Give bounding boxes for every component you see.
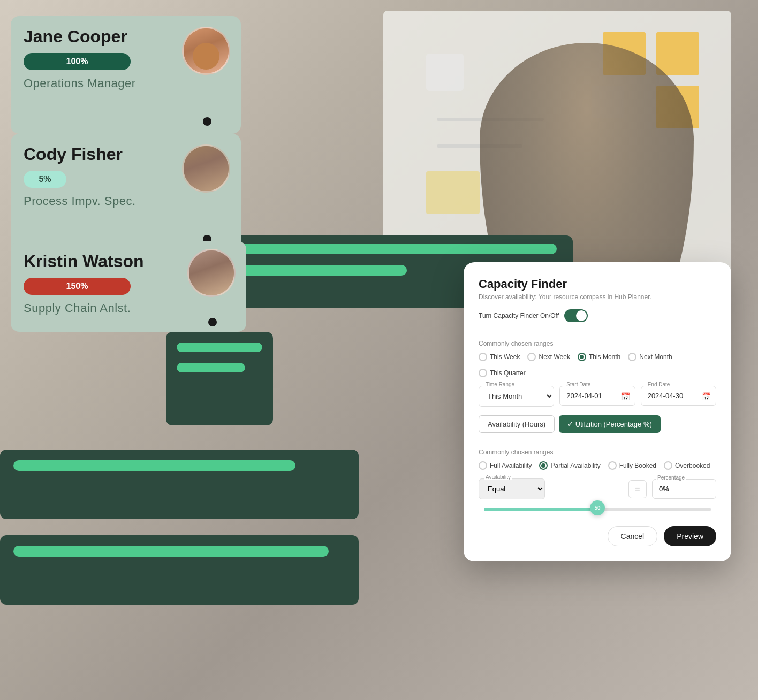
time-range-label: Time Range: [484, 382, 516, 387]
avail-overbooked[interactable]: Overbooked: [664, 461, 710, 470]
radio-this-month-circle: [578, 353, 586, 361]
radio-fully-booked-label: Fully Booked: [619, 462, 656, 469]
slider-container: 50: [479, 508, 716, 511]
time-range-field: Time Range This Month This Week This Qua…: [479, 386, 554, 407]
utilization-btn[interactable]: ✓ Utilzition (Percentage %): [559, 415, 661, 433]
radio-full-circle: [479, 461, 487, 470]
radio-full-label: Full Availability: [490, 462, 532, 469]
modal-footer: Cancel Preview: [479, 522, 716, 546]
preview-button[interactable]: Preview: [664, 526, 716, 546]
end-date-field: End Date 📅: [641, 386, 716, 407]
radio-this-week-circle: [479, 353, 487, 361]
radio-overbooked-circle: [664, 461, 672, 470]
modal-subtitle: Discover availability: Your resource com…: [479, 293, 716, 301]
section1-label: Commonly chosen ranges: [479, 340, 716, 347]
percentage-input[interactable]: [652, 479, 716, 499]
kristin-avatar-dot: [208, 318, 217, 326]
toggle-label: Turn Capacity Finder On/Off: [479, 312, 559, 319]
kristin-progress-value: 150%: [66, 281, 88, 291]
cody-progress-bar: 5%: [24, 171, 66, 188]
percentage-label: Percentage: [656, 475, 686, 481]
availability-select-wrapper: Availability Equal Greater Than Less Tha…: [479, 478, 623, 499]
range-next-week[interactable]: Next Week: [527, 353, 570, 361]
cancel-button[interactable]: Cancel: [608, 526, 658, 546]
end-date-label: End Date: [646, 382, 672, 387]
radio-this-week-label: This Week: [490, 353, 520, 361]
radio-fully-booked-circle: [608, 461, 617, 470]
toggle-row: Turn Capacity Finder On/Off: [479, 309, 716, 322]
percentage-field-wrapper: Percentage: [652, 479, 716, 499]
kristin-progress-bar: 150%: [24, 278, 131, 295]
capacity-toggle[interactable]: [564, 309, 588, 322]
start-date-field: Start Date 📅: [559, 386, 635, 407]
radio-partial-label: Partial Availability: [550, 462, 600, 469]
divider-1: [479, 333, 716, 333]
avail-partial[interactable]: Partial Availability: [539, 461, 600, 470]
dark-panel-4: [0, 535, 359, 605]
availability-ranges-group: Full Availability Partial Availability F…: [479, 461, 716, 470]
equals-badge: =: [628, 480, 647, 498]
kristin-avatar: [187, 249, 236, 297]
jane-progress-bar: 100%: [24, 53, 131, 70]
start-date-label: Start Date: [565, 382, 592, 387]
cody-progress-value: 5%: [39, 174, 51, 184]
capacity-finder-modal: Capacity Finder Discover availability: Y…: [464, 262, 731, 561]
cody-avatar: [182, 144, 230, 193]
jane-avatar: [182, 27, 230, 75]
date-form-row: Time Range This Month This Week This Qua…: [479, 386, 716, 407]
profile-card-jane: Jane Cooper 100% Operations Manager: [11, 16, 241, 134]
radio-overbooked-label: Overbooked: [675, 462, 710, 469]
availability-filter-row: Availability Equal Greater Than Less Tha…: [479, 478, 716, 499]
dark-panel-2: [166, 332, 273, 425]
range-next-month[interactable]: Next Month: [628, 353, 672, 361]
availability-select[interactable]: Equal Greater Than Less Than: [479, 478, 545, 499]
section2-label: Commonly chosen ranges: [479, 448, 716, 456]
cody-role: Process Impv. Spec.: [24, 194, 228, 208]
radio-next-week-label: Next Week: [539, 353, 570, 361]
divider-2: [479, 442, 716, 442]
slider-fill: [484, 508, 597, 511]
range-this-week[interactable]: This Week: [479, 353, 520, 361]
radio-partial-circle: [539, 461, 548, 470]
radio-next-week-circle: [527, 353, 536, 361]
time-range-select[interactable]: This Month This Week This Quarter Next M…: [479, 386, 554, 407]
radio-next-month-circle: [628, 353, 636, 361]
radio-this-quarter-circle: [479, 369, 487, 377]
dark-panel-3: [0, 450, 359, 519]
availability-hours-btn[interactable]: Availability (Hours): [479, 415, 555, 433]
jane-role: Operations Manager: [24, 77, 228, 90]
jane-progress-value: 100%: [66, 57, 88, 66]
view-toggle-group: Availability (Hours) ✓ Utilzition (Perce…: [479, 415, 716, 433]
radio-this-quarter-label: This Quarter: [490, 369, 526, 377]
range-this-month[interactable]: This Month: [578, 353, 620, 361]
radio-next-month-label: Next Month: [639, 353, 672, 361]
start-date-calendar-icon: 📅: [621, 392, 630, 401]
time-ranges-group: This Week Next Week This Month Next Mont…: [479, 353, 716, 377]
radio-this-month-label: This Month: [589, 353, 620, 361]
kristin-role: Supply Chain Anlst.: [24, 301, 233, 315]
avail-fully-booked[interactable]: Fully Booked: [608, 461, 656, 470]
slider-thumb[interactable]: 50: [590, 500, 605, 515]
availability-select-label: Availability: [484, 474, 512, 480]
range-this-quarter[interactable]: This Quarter: [479, 369, 526, 377]
profile-card-cody: Cody Fisher 5% Process Impv. Spec.: [11, 134, 241, 252]
modal-title: Capacity Finder: [479, 277, 716, 291]
jane-avatar-dot: [203, 117, 211, 126]
slider-track: 50: [484, 508, 711, 511]
avail-full[interactable]: Full Availability: [479, 461, 532, 470]
profile-card-kristin: Kristin Watson 150% Supply Chain Anlst.: [11, 241, 246, 332]
end-date-calendar-icon: 📅: [702, 392, 711, 401]
